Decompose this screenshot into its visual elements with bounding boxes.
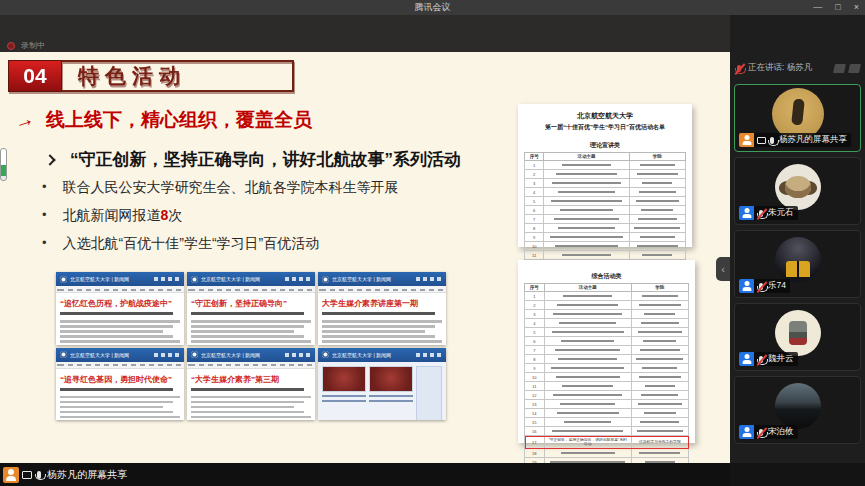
role-badge-icon — [739, 279, 754, 293]
doc-cell-bar — [555, 245, 618, 247]
sidebar-collapse-handle[interactable]: ‹ — [716, 257, 730, 281]
doc-row: 2 — [525, 170, 686, 179]
doc-cell-bar — [554, 218, 618, 220]
doc-row: 9 — [525, 233, 686, 242]
close-icon[interactable]: × — [854, 0, 859, 15]
recording-label: 录制中 — [21, 40, 45, 51]
recording-dot-icon — [7, 42, 15, 50]
university-logo-icon — [191, 351, 198, 358]
arrow-icon: → — [11, 106, 37, 134]
award-doc-2: 综合活动类 序号活动主题学院1234567891011121314151617“… — [518, 260, 695, 443]
sidebar-bottom-strip — [730, 463, 865, 486]
avatar — [775, 310, 821, 356]
participant-tile[interactable]: 魏井云 — [734, 303, 861, 371]
doc-cell-bar — [555, 349, 621, 351]
window-titlebar: 腾讯会议 — □ × — [0, 0, 865, 15]
mic-icon — [759, 356, 763, 363]
window-title: 腾讯会议 — [415, 1, 451, 14]
news-menu-links — [416, 277, 442, 281]
speaker-view-icon[interactable] — [848, 64, 861, 73]
bullet-list: •联合人民公安大学研究生会、北航各学院本科生等开展•北航新闻网报道8次•入选北航… — [42, 173, 399, 257]
bullet-dot: • — [42, 201, 47, 229]
participant-name: 朱元石 — [768, 207, 794, 219]
participant-tile[interactable]: 宋泊攸 — [734, 376, 861, 444]
doc-cell-bar — [558, 191, 614, 193]
participant-list: 杨苏凡的屏幕共享 朱元石 乐74 — [730, 84, 865, 444]
participant-tag: 宋泊攸 — [739, 425, 798, 439]
participant-tag: 乐74 — [739, 279, 790, 293]
news-collage: 北京航空航天大学 | 新闻网 “追忆红色历程，护航战疫途中” 北京航空航天大学 … — [56, 272, 446, 420]
doc-cell-bar — [641, 394, 678, 396]
doc-cell-bar — [639, 452, 680, 454]
participant-tile[interactable]: 乐74 — [734, 230, 861, 298]
bullet-item: •北航新闻网报道8次 — [42, 201, 399, 229]
maximize-icon[interactable]: □ — [835, 0, 840, 15]
doc-cell-bar — [637, 245, 678, 247]
view-switch-icons[interactable] — [834, 64, 860, 73]
news-headline: “追寻红色基因，勇担时代使命” — [60, 374, 180, 385]
doc-cell-bar — [552, 182, 620, 184]
role-badge-icon — [739, 133, 754, 147]
doc-cell-bar — [634, 227, 680, 229]
doc-cell-bar — [645, 385, 675, 387]
doc-cell-bar — [642, 367, 677, 369]
doc-row: 7 — [525, 215, 686, 224]
slide-title: 特色活动 — [62, 60, 294, 92]
doc-col-header: 序号 — [525, 284, 545, 292]
doc-row: 13 — [525, 400, 689, 409]
doc-row: 17“守正创新，坚持正确导向，讲好北航故事”系列活动仪器科学与光电工程学院 — [525, 436, 689, 449]
headline-text: 线上线下，精心组织，覆盖全员 — [46, 107, 312, 133]
doc-table: 序号活动主题学院1234567891011121314151617“守正创新，坚… — [524, 283, 689, 467]
doc-row: 1 — [525, 161, 686, 170]
doc-cell-bar — [561, 452, 615, 454]
news-body-text — [322, 320, 442, 343]
doc-cell-bar — [641, 322, 679, 324]
doc-cell-bar — [551, 367, 625, 369]
doc-cell-bar — [562, 254, 612, 256]
doc-row: 7 — [525, 346, 689, 355]
news-photo-layout — [318, 362, 446, 421]
news-body-text — [191, 396, 311, 419]
bottom-status-bar: 杨苏凡的屏幕共享 — [0, 463, 730, 486]
participant-tile[interactable]: 朱元石 — [734, 157, 861, 225]
news-brand: 北京航空航天大学 | 新闻网 — [201, 352, 282, 358]
news-header: 北京航空航天大学 | 新闻网 — [56, 272, 184, 286]
doc-row: 4 — [525, 319, 689, 328]
doc-row: 18 — [525, 449, 689, 458]
news-body-text — [191, 320, 311, 343]
university-logo-icon — [60, 276, 67, 283]
minimize-icon[interactable]: — — [813, 0, 822, 15]
doc-cell-bar — [637, 430, 683, 432]
participant-tile[interactable]: 杨苏凡的屏幕共享 — [734, 84, 861, 152]
doc-col-header: 活动主题 — [544, 153, 629, 161]
doc-cell-bar — [636, 200, 680, 202]
participant-tag: 魏井云 — [739, 352, 798, 366]
gallery-view-icon[interactable] — [833, 64, 846, 73]
highlight-number: 8 — [161, 207, 169, 223]
doc-cell-bar — [561, 340, 614, 342]
doc-row: 14 — [525, 409, 689, 418]
doc-cell-bar — [550, 236, 622, 238]
news-headline: “守正创新，坚持正确导向” — [191, 298, 311, 309]
doc-col-header: 学院 — [629, 153, 685, 161]
participant-name: 魏井云 — [768, 353, 794, 365]
role-badge-icon — [739, 352, 754, 366]
avatar — [775, 383, 821, 429]
doc-section-title: 理论宣讲类 — [524, 141, 686, 150]
doc-row: 12 — [525, 391, 689, 400]
doc-cell-bar — [552, 331, 624, 333]
bullet-dot: • — [42, 229, 47, 257]
news-brand: 北京航空航天大学 | 新闻网 — [332, 352, 413, 358]
bullet-item: •入选北航“百优十佳”学生“学习日”百优活动 — [42, 229, 399, 257]
news-menu-links — [154, 277, 180, 281]
news-header: 北京航空航天大学 | 新闻网 — [56, 348, 184, 362]
doc-cell-bar — [643, 340, 676, 342]
doc-row: 16 — [525, 427, 689, 436]
doc-row: 10 — [525, 373, 689, 382]
muted-mic-icon — [737, 65, 741, 72]
mic-icon — [759, 429, 763, 436]
doc-cell-bar — [642, 295, 678, 297]
section-number-badge: 04 — [8, 60, 62, 92]
news-headline: “大学生媒介素养”第三期 — [191, 374, 311, 385]
participant-tag: 杨苏凡的屏幕共享 — [739, 133, 851, 147]
